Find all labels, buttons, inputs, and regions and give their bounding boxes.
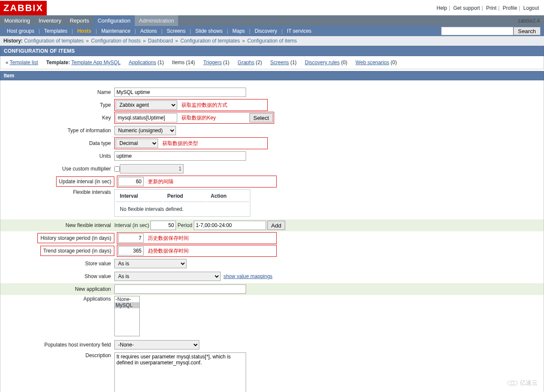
link-support[interactable]: Get support <box>451 5 482 11</box>
description-label: Description <box>4 352 114 358</box>
section-item: Item <box>0 71 544 80</box>
top-links: Help| Get support| Print| Profile| Logou… <box>435 5 541 11</box>
store-value-label: Store value <box>4 261 114 267</box>
flexible-intervals-table: Interval Period Action No flexible inter… <box>114 189 250 217</box>
description-textarea[interactable]: It requires user parameter mysql.status[… <box>114 352 246 392</box>
inventory-field-label: Populates host inventory field <box>4 342 114 348</box>
crumb-1[interactable]: Configuration of templates <box>24 38 84 44</box>
submenu-it-services[interactable]: IT services <box>283 26 315 36</box>
history-storage-input[interactable] <box>118 233 144 243</box>
link-template-name[interactable]: Template App MySQL <box>71 60 121 65</box>
submenu-templates[interactable]: Templates <box>41 26 71 36</box>
submenu-hosts[interactable]: Hosts <box>74 26 95 36</box>
history-storage-label: History storage period (in days) <box>40 235 111 241</box>
menu-inventory[interactable]: Inventory <box>34 15 65 26</box>
template-nav: « Template list Template: Template App M… <box>0 56 544 69</box>
search-button[interactable]: Search <box>513 27 541 35</box>
link-profile[interactable]: Profile <box>501 5 519 11</box>
type-of-information-select[interactable]: Numeric (unsigned) <box>114 126 176 135</box>
update-interval-input[interactable] <box>118 177 144 186</box>
item-form: Name Type Zabbix agent 获取监控数据的方式 Key 获取数… <box>0 80 544 392</box>
link-screens[interactable]: Screens <box>270 60 289 65</box>
type-select[interactable]: Zabbix agent <box>116 100 177 110</box>
page-title: CONFIGURATION OF ITEMS <box>0 46 544 56</box>
data-type-select[interactable]: Decimal <box>116 139 158 148</box>
key-input[interactable] <box>116 113 177 122</box>
name-input[interactable] <box>114 88 246 97</box>
key-annot: 获取数据的Key <box>177 114 249 122</box>
crumb-2[interactable]: Configuration of hosts <box>91 38 141 44</box>
menu-reports[interactable]: Reports <box>65 15 94 26</box>
update-interval-annot: 更新的间隔 <box>144 178 275 185</box>
link-triggers[interactable]: Triggers <box>203 60 222 65</box>
type-of-information-label: Type of information <box>4 128 114 134</box>
submenu-maps[interactable]: Maps <box>229 26 248 36</box>
interval-sec-input[interactable] <box>150 221 176 230</box>
show-value-label: Show value <box>4 273 114 279</box>
period-input[interactable] <box>194 221 266 230</box>
trend-storage-label: Trend storage period (in days) <box>43 248 111 254</box>
trend-storage-annot: 趋势数据保存时间 <box>144 247 275 255</box>
applications-label: Applications <box>4 296 114 302</box>
multiplier-checkbox[interactable] <box>114 166 120 172</box>
history-storage-annot: 历史数据保存时间 <box>144 235 275 242</box>
list-item[interactable]: -None- <box>115 296 139 302</box>
data-type-label: Data type <box>4 140 114 146</box>
link-logout[interactable]: Logout <box>521 5 541 11</box>
update-interval-label: Update interval (in sec) <box>59 179 111 185</box>
menu-configuration[interactable]: Configuration <box>94 15 135 26</box>
data-type-annot: 获取数据的类型 <box>158 140 266 147</box>
interval-sublabel: Interval (in sec) <box>114 222 149 228</box>
new-application-label: New application <box>4 286 114 292</box>
sub-menu: Host groups| Templates| Hosts| Maintenan… <box>0 26 544 36</box>
items-current: Items (14) <box>172 60 195 65</box>
key-label: Key <box>4 115 114 121</box>
history-label: History: <box>3 38 23 44</box>
multiplier-input <box>120 164 184 173</box>
units-label: Units <box>4 153 114 159</box>
add-interval-button[interactable]: Add <box>267 221 285 230</box>
list-item[interactable]: MySQL <box>115 302 139 308</box>
link-discovery-rules[interactable]: Discovery rules <box>305 60 340 65</box>
key-select-button[interactable]: Select <box>249 113 273 122</box>
link-web-scenarios[interactable]: Web scenarios <box>356 60 389 65</box>
search-input[interactable] <box>441 27 513 35</box>
menu-monitoring[interactable]: Monitoring <box>0 15 34 26</box>
flexible-intervals-empty: No flexible intervals defined. <box>116 203 249 216</box>
link-print[interactable]: Print <box>484 5 499 11</box>
submenu-screens[interactable]: Screens <box>163 26 189 36</box>
flexible-intervals-label: Flexible intervals <box>4 189 114 195</box>
show-value-select[interactable]: As is <box>114 272 221 281</box>
submenu-discovery[interactable]: Discovery <box>251 26 280 36</box>
trend-storage-input[interactable] <box>118 246 144 256</box>
version-label: zabbix2.4 <box>518 18 544 24</box>
history-bar: History: Configuration of templates » Co… <box>0 36 544 46</box>
show-value-mappings-link[interactable]: show value mappings <box>224 273 272 279</box>
store-value-select[interactable]: As is <box>114 259 187 268</box>
submenu-maintenance[interactable]: Maintenance <box>98 26 134 36</box>
type-label: Type <box>4 102 114 108</box>
submenu-actions[interactable]: Actions <box>137 26 160 36</box>
submenu-slide-shows[interactable]: Slide shows <box>192 26 226 36</box>
multiplier-label: Use custom multiplier <box>4 166 114 172</box>
name-label: Name <box>4 89 114 95</box>
link-help[interactable]: Help <box>435 5 449 11</box>
crumb-4[interactable]: Configuration of templates <box>180 38 240 44</box>
main-menu: Monitoring Inventory Reports Configurati… <box>0 15 544 26</box>
applications-listbox[interactable]: -None- MySQL <box>114 296 140 336</box>
new-flexible-interval-label: New flexible interval <box>4 222 114 228</box>
link-graphs[interactable]: Graphs <box>238 60 254 65</box>
link-template-list[interactable]: Template list <box>10 60 38 65</box>
units-input[interactable] <box>114 151 246 161</box>
menu-administration[interactable]: Administration <box>135 15 178 26</box>
new-application-input[interactable] <box>114 284 246 294</box>
crumb-3[interactable]: Dashboard <box>148 38 173 44</box>
watermark: 亿速云 <box>507 379 538 387</box>
crumb-5[interactable]: Configuration of items <box>247 38 297 44</box>
link-applications[interactable]: Applications <box>129 60 156 65</box>
type-annot: 获取监控数据的方式 <box>177 102 266 109</box>
submenu-host-groups[interactable]: Host groups <box>3 26 38 36</box>
logo: ZABBIX <box>0 1 47 15</box>
inventory-field-select[interactable]: -None- <box>114 340 199 349</box>
period-sublabel: Period <box>178 222 193 228</box>
